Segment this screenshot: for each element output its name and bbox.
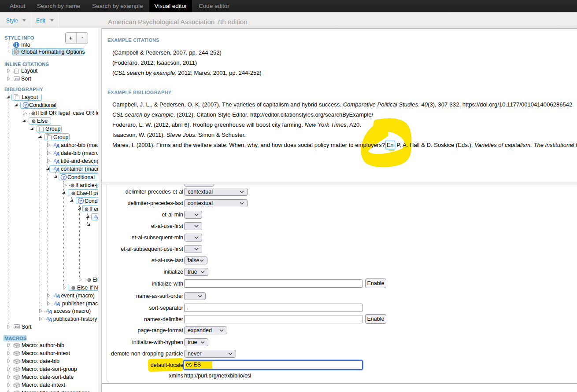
svg-text:A: A (48, 317, 52, 322)
svg-text:?: ? (80, 199, 82, 203)
svg-text:?: ? (63, 175, 65, 180)
svg-text:A: A (55, 167, 60, 172)
svg-text:?: ? (24, 103, 27, 107)
svg-text:a·z: a·z (15, 77, 19, 80)
svg-text:A: A (55, 151, 60, 156)
svg-text:A: A (56, 301, 60, 307)
svg-text:A: A (55, 159, 60, 164)
svg-text:A: A (48, 309, 52, 314)
svg-text:A: A (55, 143, 60, 148)
svg-text:a·z: a·z (15, 325, 19, 328)
svg-text:A: A (56, 293, 60, 299)
